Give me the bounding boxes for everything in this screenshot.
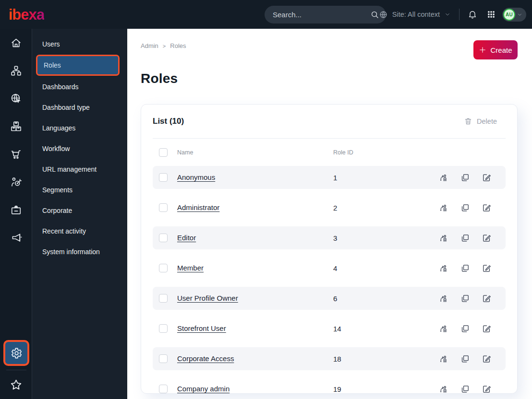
edit-icon[interactable] (482, 294, 491, 303)
sidebar-menu-item[interactable]: Languages (32, 117, 127, 138)
edit-icon[interactable] (482, 354, 491, 364)
row-checkbox[interactable] (159, 354, 168, 363)
copy-icon[interactable] (460, 385, 470, 394)
sidebar-menu-item-label: Dashboards (42, 83, 79, 91)
row-checkbox[interactable] (159, 203, 168, 212)
assign-to-users-icon[interactable] (439, 385, 448, 394)
topbar-right: Site: All context AU (379, 0, 526, 29)
role-name-link[interactable]: Storefront User (177, 324, 226, 332)
sidebar-menu-item[interactable]: Dashboards (32, 76, 127, 97)
sidebar-menu-item-label: URL management (42, 165, 97, 173)
content-structure-icon[interactable] (0, 57, 32, 84)
campaigns-megaphone-icon[interactable] (0, 224, 32, 251)
copy-icon[interactable] (460, 264, 470, 273)
sidebar-menu-item[interactable]: Segments (32, 179, 127, 200)
table-row: Anonymous 1 (153, 166, 506, 189)
sidebar-menu-item-label: Roles (44, 61, 61, 69)
site-icon[interactable] (0, 85, 32, 112)
table-row: Administrator 2 (153, 196, 506, 219)
row-checkbox[interactable] (159, 324, 168, 333)
table-row: Editor 3 (153, 226, 506, 249)
edit-icon[interactable] (482, 234, 491, 243)
edit-icon[interactable] (482, 173, 491, 182)
settings-gear-icon[interactable] (3, 340, 29, 366)
row-checkbox[interactable] (159, 264, 168, 272)
sidebar-menu-item[interactable]: Dashboard type (32, 97, 127, 117)
edit-icon[interactable] (482, 264, 491, 273)
roles-list-card: List (10) Delete Name Role ID Anonymous … (141, 104, 518, 394)
copy-icon[interactable] (460, 173, 470, 182)
sidebar-menu-item[interactable]: Roles (36, 55, 120, 76)
row-checkbox[interactable] (159, 385, 168, 393)
plus-icon (479, 46, 486, 54)
sidebar-menu-item[interactable]: Corporate (32, 200, 127, 221)
bookmarks-star-icon[interactable] (0, 372, 32, 397)
assign-to-users-icon[interactable] (439, 354, 448, 364)
chevron-down-icon (517, 12, 523, 18)
role-name-link[interactable]: Member (177, 264, 204, 272)
topbar-divider (459, 9, 459, 20)
assign-to-users-icon[interactable] (439, 324, 448, 333)
sidebar-menu-item-label: Languages (42, 124, 75, 132)
assign-to-users-icon[interactable] (439, 294, 448, 303)
create-button[interactable]: Create (473, 40, 518, 59)
notifications-bell-icon[interactable] (468, 10, 477, 19)
edit-icon[interactable] (482, 203, 491, 212)
site-context-selector[interactable]: Site: All context (379, 10, 451, 19)
sidebar-menu-item-label: System information (42, 248, 100, 256)
home-icon[interactable] (0, 29, 32, 57)
site-globe-icon (379, 10, 388, 19)
breadcrumb-link-admin[interactable]: Admin (141, 42, 158, 49)
row-actions (439, 324, 491, 333)
ibexa-logo[interactable]: ibexa (9, 7, 44, 22)
assign-to-users-icon[interactable] (439, 234, 448, 243)
sidebar-menu-item[interactable]: System information (32, 241, 127, 262)
product-catalog-icon[interactable] (0, 113, 32, 140)
sidebar-menu-item[interactable]: URL management (32, 159, 127, 179)
sidebar-menu-item-label: Workflow (42, 145, 70, 153)
personalization-icon[interactable] (0, 168, 32, 196)
delete-button[interactable]: Delete (464, 117, 497, 126)
edit-icon[interactable] (482, 324, 491, 333)
app-grid-icon[interactable] (487, 10, 496, 19)
edit-icon[interactable] (482, 385, 491, 394)
copy-icon[interactable] (460, 324, 470, 333)
copy-icon[interactable] (460, 294, 470, 303)
sidebar-menu-item[interactable]: Workflow (32, 138, 127, 159)
roles-table-body: Anonymous 1 (153, 166, 506, 394)
sidebar-menu-item[interactable]: Users (32, 34, 127, 54)
avatar[interactable]: AU (503, 9, 515, 21)
copy-icon[interactable] (460, 234, 470, 243)
copy-icon[interactable] (460, 203, 470, 212)
user-menu[interactable]: AU (502, 8, 526, 22)
row-actions (439, 173, 491, 182)
global-search[interactable] (265, 6, 386, 23)
breadcrumb: Admin > Roles (141, 40, 186, 49)
search-input[interactable] (273, 11, 370, 19)
row-actions (439, 294, 491, 303)
role-name-link[interactable]: User Profile Owner (177, 294, 238, 302)
role-name-link[interactable]: Company admin (177, 385, 230, 393)
role-name-link[interactable]: Anonymous (177, 173, 215, 181)
assign-to-users-icon[interactable] (439, 203, 448, 212)
role-name-link[interactable]: Editor (177, 234, 196, 242)
role-name-link[interactable]: Administrator (177, 203, 219, 211)
assign-to-users-icon[interactable] (439, 173, 448, 182)
commerce-cart-icon[interactable] (0, 141, 32, 168)
table-row: Company admin 19 (153, 377, 506, 394)
sidebar-menu-item[interactable]: Recent activity (32, 221, 127, 241)
copy-icon[interactable] (460, 354, 470, 364)
search-icon[interactable] (370, 10, 379, 19)
role-name-link[interactable]: Corporate Access (177, 354, 234, 363)
select-all-checkbox[interactable] (159, 148, 168, 157)
row-checkbox[interactable] (159, 234, 168, 242)
table-row: User Profile Owner 6 (153, 287, 506, 310)
corporate-badge-icon[interactable] (0, 196, 32, 223)
table-header: Name Role ID (153, 139, 506, 166)
role-id-value: 18 (333, 355, 439, 363)
assign-to-users-icon[interactable] (439, 264, 448, 273)
admin-sidebar-menu: Users Roles Dashboards Dashboard type La… (32, 29, 127, 399)
row-checkbox[interactable] (159, 294, 168, 303)
column-header-name: Name (177, 149, 333, 156)
row-checkbox[interactable] (159, 173, 168, 182)
